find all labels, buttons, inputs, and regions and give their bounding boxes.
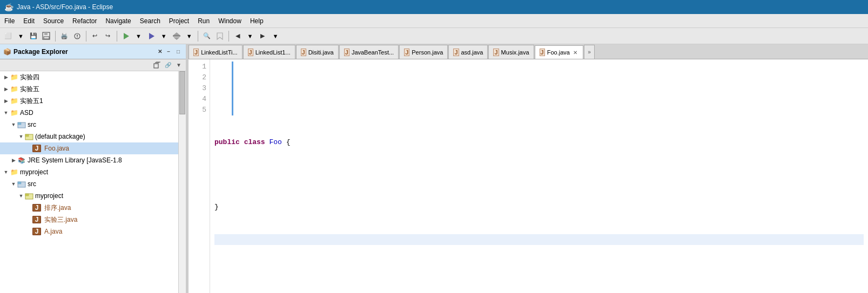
- toolbar-search-btn[interactable]: 🔍: [201, 30, 213, 42]
- tree-arrow-default-pkg: ▼: [17, 133, 25, 140]
- toolbar-debug-btn[interactable]: [120, 30, 132, 42]
- tree-item-jre[interactable]: ▶ 📚 JRE System Library [JavaSE-1.8: [0, 154, 178, 166]
- tree-item-ajava[interactable]: ▶ J A.java: [0, 226, 178, 237]
- tree-item-asd[interactable]: ▼ 📁 ASD: [0, 107, 178, 119]
- svg-rect-8: [173, 35, 180, 37]
- toolbar-properties-btn[interactable]: [71, 30, 83, 42]
- tree-item-foo-java[interactable]: ▶ J Foo.java: [0, 142, 178, 154]
- tree-item-myproject[interactable]: ▼ 📁 myproject: [0, 166, 178, 178]
- toolbar-prev-edit-btn[interactable]: ◀: [232, 30, 244, 42]
- pe-tree[interactable]: ▶ 📁 实验四 ▶ 📁 实验五 ▶ 📁 实验五1: [0, 71, 178, 293]
- tree-item-default-pkg[interactable]: ▼ (default package): [0, 131, 178, 142]
- editor-area: J LinkedListTi... J LinkedList1... J Dis…: [189, 44, 868, 293]
- tree-item-paixu[interactable]: ▶ J 排序.java: [0, 202, 178, 214]
- toolbar-next-edit-btn[interactable]: ▶: [257, 30, 268, 42]
- line-num-2: 2: [189, 72, 206, 83]
- pe-scrollbar[interactable]: [178, 71, 186, 293]
- toolbar-print-btn[interactable]: 🖨️: [58, 30, 70, 42]
- tree-item-src[interactable]: ▼ src: [0, 119, 178, 131]
- pe-collapse-btn[interactable]: [152, 60, 162, 70]
- tree-label-foo-java: Foo.java: [44, 145, 69, 152]
- toolbar-new-dropdown[interactable]: ▼: [15, 30, 26, 42]
- menu-project[interactable]: Project: [165, 15, 193, 27]
- pe-controls: – □: [164, 47, 183, 56]
- toolbar-ext-dropdown[interactable]: ▼: [184, 30, 195, 42]
- tree-item-mypkg[interactable]: ▼ myproject: [0, 190, 178, 202]
- tab-asd[interactable]: J asd.java: [448, 45, 488, 59]
- tab-disiti[interactable]: J Disiti.java: [296, 45, 339, 59]
- tab-label-linkedlist1: LinkedList1...: [255, 49, 291, 56]
- java-file-icon-a: J: [32, 228, 41, 235]
- tab-overflow-btn[interactable]: »: [584, 45, 595, 59]
- toolbar-debug-dropdown[interactable]: ▼: [133, 30, 144, 42]
- menu-edit[interactable]: Edit: [19, 15, 39, 27]
- tree-arrow-exp51: ▶: [2, 97, 10, 105]
- toolbar-mark-btn[interactable]: [214, 30, 226, 42]
- toolbar-save-all-btn[interactable]: [41, 30, 52, 42]
- tree-label-default-pkg: (default package): [35, 133, 85, 140]
- pe-title: Package Explorer: [14, 48, 156, 56]
- tree-arrow-src2: ▼: [10, 180, 17, 188]
- code-editor[interactable]: 1 2 3 4 5 public class Foo { }: [189, 59, 868, 293]
- tab-javabeantest[interactable]: J JavaBeanTest...: [339, 45, 399, 59]
- tab-linkedlist1[interactable]: J LinkedList1...: [243, 45, 295, 59]
- eclipse-icon: ☕: [4, 3, 14, 11]
- toolbar-new-btn[interactable]: ⬜: [2, 30, 14, 42]
- kw-public: public: [214, 138, 240, 146]
- tree-item-exp4[interactable]: ▶ 📁 实验四: [0, 71, 178, 83]
- tab-label-linkedlistti: LinkedListTi...: [201, 49, 237, 56]
- tree-arrow-exp4: ▶: [2, 73, 10, 81]
- toolbar-run-dropdown[interactable]: ▼: [158, 30, 170, 42]
- menu-navigate[interactable]: Navigate: [101, 15, 135, 27]
- tab-person[interactable]: J Person.java: [399, 45, 448, 59]
- tree-item-exp5[interactable]: ▶ 📁 实验五: [0, 83, 178, 95]
- pe-scrollbar-thumb[interactable]: [179, 71, 185, 114]
- pe-maximize-btn[interactable]: □: [174, 47, 183, 56]
- tab-close-foo[interactable]: ✕: [572, 49, 578, 56]
- pe-link-btn[interactable]: 🔗: [163, 60, 173, 70]
- toolbar-undo-btn[interactable]: ↩: [89, 30, 101, 42]
- pe-minimize-btn[interactable]: –: [164, 47, 173, 56]
- tree-item-src2[interactable]: ▼ src: [0, 178, 178, 190]
- svg-rect-17: [25, 134, 29, 137]
- folder-icon-exp4: 📁: [10, 73, 18, 81]
- menu-run[interactable]: Run: [193, 15, 214, 27]
- tree-arrow-src: ▼: [10, 121, 17, 128]
- menu-bar: File Edit Source Refactor Navigate Searc…: [0, 14, 868, 28]
- pe-menu-btn[interactable]: ▼: [174, 60, 184, 70]
- toolbar-save-btn[interactable]: 💾: [28, 30, 39, 42]
- tab-icon-foo: J: [540, 49, 545, 56]
- svg-marker-9: [173, 32, 180, 35]
- toolbar-prev-dropdown[interactable]: ▼: [245, 30, 256, 42]
- tab-label-foo: Foo.java: [547, 49, 570, 56]
- toolbar-next-dropdown[interactable]: ▼: [270, 30, 281, 42]
- toolbar-redo-btn[interactable]: ↪: [102, 30, 114, 42]
- tab-foo[interactable]: J Foo.java ✕: [535, 45, 583, 59]
- folder-icon-asd: 📁: [10, 108, 18, 117]
- menu-source[interactable]: Source: [39, 15, 68, 27]
- code-line-5: [214, 234, 864, 245]
- main-area: 📦 Package Explorer ✕ – □ 🔗 ▼ ▶ 📁 实验四: [0, 44, 868, 293]
- toolbar-run-btn[interactable]: [145, 30, 157, 42]
- java-file-icon-paixu: J: [32, 204, 41, 212]
- tab-label-musix: Musix.java: [501, 49, 529, 56]
- tab-musix[interactable]: J Musix.java: [488, 45, 534, 59]
- tree-item-exp3java[interactable]: ▶ J 实验三.java: [0, 214, 178, 226]
- code-line-1: [214, 105, 864, 115]
- java-file-icon-exp3: J: [32, 216, 41, 223]
- package-explorer: 📦 Package Explorer ✕ – □ 🔗 ▼ ▶ 📁 实验四: [0, 44, 186, 293]
- pe-icon: 📦: [3, 48, 11, 56]
- menu-refactor[interactable]: Refactor: [68, 15, 101, 27]
- toolbar-ext-btn[interactable]: [171, 30, 183, 42]
- package-root-icon-src2: [17, 180, 26, 188]
- tab-linkedlistti[interactable]: J LinkedListTi...: [189, 45, 243, 59]
- tree-label-asd: ASD: [20, 109, 33, 117]
- menu-help[interactable]: Help: [246, 15, 268, 27]
- svg-rect-19: [18, 182, 21, 184]
- tree-item-exp51[interactable]: ▶ 📁 实验五1: [0, 95, 178, 107]
- menu-window[interactable]: Window: [214, 15, 246, 27]
- menu-search[interactable]: Search: [136, 15, 165, 27]
- title-bar: ☕ Java - ASD/src/Foo.java - Eclipse: [0, 0, 868, 14]
- menu-file[interactable]: File: [0, 15, 19, 27]
- code-content[interactable]: public class Foo { }: [210, 59, 868, 293]
